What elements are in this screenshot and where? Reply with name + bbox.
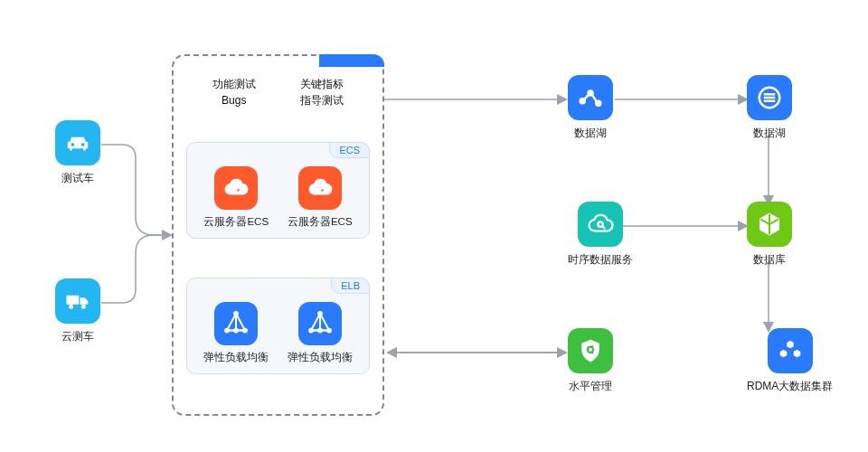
elb-tag: ELB <box>331 278 370 294</box>
svg-point-0 <box>238 189 241 192</box>
node-stream: 数据湖 <box>747 75 792 141</box>
svg-point-4 <box>243 329 247 333</box>
elb-item-2-label: 弹性负载均衡 <box>288 351 353 364</box>
connectors <box>0 0 868 452</box>
ecs-item-2: 云服务器ECS <box>288 166 353 229</box>
elb-group: ELB 弹性负载均衡 弹性负载均衡 <box>186 278 370 374</box>
ecs-group: ECS 云服务器ECS 云服务器ECS <box>186 142 370 239</box>
svg-point-11 <box>589 91 593 96</box>
shield-label: 水平管理 <box>569 379 612 394</box>
node-modules: RDMA大数据集群 <box>747 328 833 394</box>
node-search: 时序数据服务 <box>568 202 633 268</box>
node-cube: 数据库 <box>747 202 792 268</box>
node-car: 测试车 <box>55 120 100 186</box>
svg-point-9 <box>318 329 322 333</box>
car-label: 测试车 <box>61 171 94 186</box>
center-header: 功能测试 Bugs 关键指标 指导测试 <box>190 76 366 108</box>
center-container: 功能测试 Bugs 关键指标 指导测试 ECS 云服务器ECS 云服务器ECS … <box>172 54 384 416</box>
car-icon <box>55 120 100 165</box>
stream-icon <box>747 75 792 120</box>
center-tab-indicator <box>319 54 384 67</box>
svg-point-8 <box>327 329 331 333</box>
node-shield: 水平管理 <box>568 328 613 394</box>
svg-point-5 <box>234 329 238 333</box>
cube-label: 数据库 <box>753 252 786 268</box>
svg-point-1 <box>321 189 324 192</box>
modules-label: RDMA大数据集群 <box>747 379 833 394</box>
load-balancer-icon <box>214 302 258 345</box>
truck-icon <box>55 278 100 324</box>
svg-point-3 <box>225 329 229 333</box>
ecs-item-1-label: 云服务器ECS <box>203 215 269 229</box>
cloud-search-icon <box>578 202 623 247</box>
elb-item-1-label: 弹性负载均衡 <box>203 351 269 364</box>
svg-point-7 <box>309 329 313 333</box>
svg-point-12 <box>596 101 600 106</box>
svg-point-6 <box>318 312 322 315</box>
load-balancer-icon <box>298 302 342 345</box>
elb-item-2: 弹性负载均衡 <box>288 302 353 364</box>
analytics-label: 数据湖 <box>574 126 607 141</box>
svg-point-2 <box>234 312 238 315</box>
analytics-icon <box>568 75 613 120</box>
header-col2-line1: 关键指标 <box>300 76 344 92</box>
elb-item-1: 弹性负载均衡 <box>203 302 269 364</box>
header-col2-line2: 指导测试 <box>300 92 344 108</box>
ecs-item-1: 云服务器ECS <box>203 166 269 229</box>
header-col1-line1: 功能测试 <box>212 76 256 92</box>
truck-label: 云测车 <box>61 329 94 344</box>
node-truck: 云测车 <box>55 278 100 344</box>
shield-gear-icon <box>568 328 613 373</box>
header-col1-line2: Bugs <box>212 92 256 108</box>
ecs-item-2-label: 云服务器ECS <box>288 215 353 229</box>
cube-icon <box>747 202 792 247</box>
svg-point-10 <box>580 99 585 103</box>
node-analytics: 数据湖 <box>568 75 613 141</box>
cloud-server-icon <box>298 166 342 210</box>
search-label: 时序数据服务 <box>568 252 633 268</box>
modules-icon <box>768 328 813 373</box>
cloud-server-icon <box>214 166 258 210</box>
ecs-tag: ECS <box>329 142 370 158</box>
svg-point-14 <box>598 221 603 227</box>
stream-label: 数据湖 <box>753 126 786 141</box>
